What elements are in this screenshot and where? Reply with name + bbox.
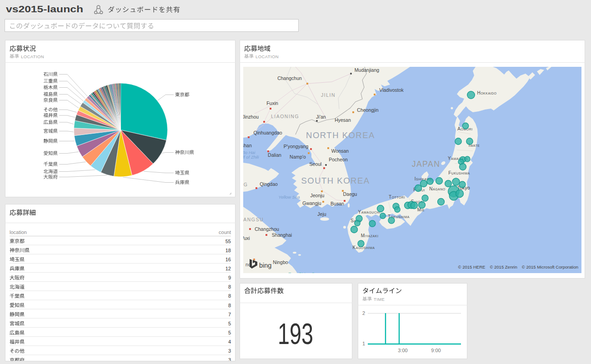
svg-text:1: 1: [362, 341, 365, 346]
svg-text:Changchun: Changchun: [277, 75, 302, 81]
svg-text:9:00: 9:00: [431, 348, 441, 353]
svg-text:16: 16: [225, 257, 231, 262]
svg-text:5: 5: [228, 321, 231, 326]
svg-text:Jeonju: Jeonju: [311, 193, 325, 198]
svg-text:SOUTH KOREA: SOUTH KOREA: [301, 176, 370, 185]
svg-text:8: 8: [228, 303, 231, 308]
svg-text:LOCATION: LOCATION: [21, 54, 44, 59]
svg-text:JILIN: JILIN: [321, 92, 336, 98]
svg-text:Vladivostok: Vladivostok: [379, 87, 404, 93]
svg-text:JAPAN: JAPAN: [412, 160, 441, 169]
svg-text:Busan: Busan: [331, 201, 344, 206]
svg-text:location: location: [10, 229, 27, 235]
svg-text:Yamaguchi: Yamaguchi: [358, 209, 381, 214]
svg-text:2: 2: [362, 310, 365, 316]
svg-text:18: 18: [225, 248, 231, 253]
svg-text:Fuxin: Fuxin: [266, 100, 278, 106]
svg-text:LOCATION: LOCATION: [255, 54, 279, 59]
svg-text:Jinzhou: Jinzhou: [242, 114, 259, 120]
svg-text:TIME: TIME: [374, 297, 385, 302]
svg-text:count: count: [219, 229, 231, 235]
svg-text:3: 3: [228, 348, 231, 354]
svg-text:Daegu: Daegu: [343, 191, 357, 197]
svg-text:Cheongjin: Cheongjin: [357, 107, 378, 113]
svg-text:Namp'o: Namp'o: [290, 154, 306, 160]
svg-text:Qinhuangdao: Qinhuangdao: [253, 130, 282, 135]
svg-text:Tottori: Tottori: [389, 194, 405, 199]
svg-text:Miyazaki: Miyazaki: [361, 233, 379, 238]
svg-text:Jeju: Jeju: [317, 211, 326, 217]
svg-text:Qingdao: Qingdao: [260, 181, 278, 187]
svg-text:Seoul: Seoul: [310, 161, 322, 167]
svg-text:Yellow Sea: Yellow Sea: [278, 194, 300, 199]
svg-text:Nagano: Nagano: [429, 186, 446, 191]
svg-text:193: 193: [278, 318, 313, 350]
svg-text:© 2015 HERE © 2015 Zenrin: © 2015 HERE © 2015 Zenrin © 2015 Microso…: [458, 264, 578, 269]
svg-text:9: 9: [228, 275, 231, 280]
svg-text:8: 8: [228, 293, 231, 299]
svg-text:4: 4: [228, 339, 231, 344]
svg-text:Mudanjiang: Mudanjiang: [355, 67, 379, 73]
svg-text:bing: bing: [259, 262, 271, 269]
svg-text:Hyesan: Hyesan: [335, 117, 351, 123]
svg-text:Hokkaido: Hokkaido: [477, 90, 496, 95]
svg-text:Gwangju: Gwangju: [302, 200, 321, 206]
svg-text:Dalian: Dalian: [268, 152, 281, 158]
svg-text:12: 12: [225, 266, 231, 271]
svg-text:Ningbo: Ningbo: [273, 259, 288, 265]
svg-text:3:00: 3:00: [398, 348, 407, 353]
svg-text:Wonsan: Wonsan: [331, 148, 349, 154]
svg-text:NORTH KOREA: NORTH KOREA: [306, 130, 375, 140]
svg-text:vs2015-launch: vs2015-launch: [6, 4, 83, 14]
svg-text:5: 5: [228, 330, 231, 335]
svg-text:Ji'an: Ji'an: [316, 114, 326, 120]
svg-text:Fukushima: Fukushima: [448, 170, 470, 175]
svg-text:Shanghai: Shanghai: [272, 232, 292, 238]
svg-text:8: 8: [228, 284, 231, 289]
svg-text:Pocheon: Pocheon: [329, 157, 348, 162]
svg-text:P'yongyang: P'yongyang: [284, 144, 309, 149]
svg-text:7: 7: [228, 312, 231, 317]
svg-text:Changzhou: Changzhou: [255, 226, 279, 232]
svg-text:55: 55: [225, 239, 231, 244]
